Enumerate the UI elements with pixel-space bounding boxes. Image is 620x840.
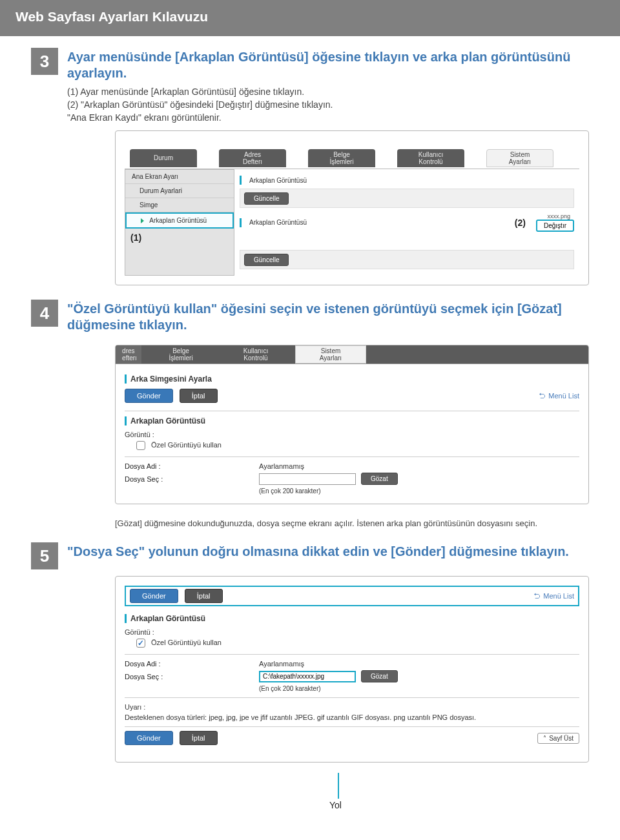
page-number: 8 xyxy=(31,837,589,840)
image-label: Görüntü : xyxy=(125,628,579,636)
page-top-button[interactable]: ˄Sayf Üst xyxy=(537,733,579,744)
caret-right-icon xyxy=(141,217,148,224)
sidenav-status-settings[interactable]: Durum Ayarlari xyxy=(125,184,234,198)
accent-bar-icon xyxy=(240,218,242,227)
screenshot-step4: dres efterı Belge İşlemleri Kullanıcı Ko… xyxy=(115,345,589,504)
step-3-line-3: "Ana Ekran Kaydı" ekranı görüntülenir. xyxy=(67,112,589,123)
page-top-label: Sayf Üst xyxy=(549,735,574,742)
update-button[interactable]: Güncelle xyxy=(244,192,289,205)
use-custom-checkbox[interactable] xyxy=(136,441,145,450)
max-chars-note: (En çok 200 karakter) xyxy=(259,685,579,692)
screenshot-step3: Durum Adres Defterı Belge İşlemleri Kull… xyxy=(115,130,589,285)
browse-button[interactable]: Gözat xyxy=(361,670,398,682)
step-5: 5 "Dosya Seç" yolunun doğru olmasına dik… xyxy=(31,542,589,569)
tab-systemsettings[interactable]: Sistem Ayarları xyxy=(295,345,366,364)
cancel-button[interactable]: İptal xyxy=(180,389,218,403)
guide-title: Web Sayfası Ayarları Kılavuzu xyxy=(0,0,620,36)
step-4: 4 "Özel Görüntüyü kullan" öğesini seçin … xyxy=(31,300,589,338)
cancel-button[interactable]: İptal xyxy=(185,589,223,603)
accent-bar-icon xyxy=(125,374,127,384)
step-3: 3 Ayar menüsünde [Arkaplan Görüntüsü] öğ… xyxy=(31,48,589,124)
step-4-title: "Özel Görüntüyü kullan" öğesini seçin ve… xyxy=(67,301,589,333)
step-5-number: 5 xyxy=(31,542,58,569)
step-3-number: 3 xyxy=(31,48,58,75)
menu-list-link[interactable]: ⮌Menü List xyxy=(539,392,579,400)
tab-document[interactable]: Belge İşlemleri xyxy=(145,345,216,364)
change-button[interactable]: Değıştır xyxy=(536,220,574,232)
accent-bar-icon xyxy=(125,416,127,425)
tab-addressbook-partial[interactable]: dres efterı xyxy=(116,345,141,364)
section-heading-bg: Arkaplan Görüntüsü xyxy=(130,614,205,623)
file-select-label: Dosya Seç : xyxy=(125,475,254,483)
return-icon: ⮌ xyxy=(533,592,541,600)
file-name-label: Dosya Adi : xyxy=(125,660,254,668)
path-label: Yol xyxy=(329,800,342,810)
send-button-bottom[interactable]: Gönder xyxy=(125,731,173,745)
side-nav: Ana Ekran Ayarı Durum Ayarlari Simge Ark… xyxy=(125,169,234,276)
menu-list-label: Menü List xyxy=(543,592,574,600)
use-custom-label: Özel Görüntüyü kullan xyxy=(151,639,222,646)
return-icon: ⮌ xyxy=(539,392,546,400)
menu-list-label: Menü List xyxy=(548,392,579,400)
menu-list-link[interactable]: ⮌Menü List xyxy=(533,592,574,600)
marker-1: (1) xyxy=(125,229,234,262)
sidenav-background-image[interactable]: Arkaplan Görüntüsü xyxy=(125,212,234,229)
file-name-value: Ayarlanmamış xyxy=(259,462,304,470)
step-3-line-1: (1) Ayar menüsünde [Arkaplan Görüntüsü] … xyxy=(67,87,589,97)
warning-text: Desteklenen dosya türleri: jpeg, jpg, jp… xyxy=(125,713,579,721)
chevron-up-icon: ˄ xyxy=(543,735,546,742)
file-name-value: Ayarlanmamış xyxy=(259,660,304,668)
panel-heading-bg1: Arkaplan Görüntüsü xyxy=(249,177,307,184)
image-label: Görüntü : xyxy=(125,431,579,438)
section-heading-bg: Arkaplan Görüntüsü xyxy=(130,416,205,425)
accent-bar-icon xyxy=(125,614,127,623)
path-callout: Yol xyxy=(31,777,589,815)
sidenav-background-image-label: Arkaplan Görüntüsü xyxy=(149,217,207,224)
send-button[interactable]: Gönder xyxy=(125,389,173,403)
step-3-title: Ayar menüsünde [Arkaplan Görüntüsü] öğes… xyxy=(67,49,589,81)
step-4-number: 4 xyxy=(31,300,58,327)
path-callout-line xyxy=(338,773,339,799)
section-heading-icon-setup: Arka Simgesini Ayarla xyxy=(130,374,212,384)
step-3-line-2: (2) "Arkaplan Görüntüsü" öğesindeki [Değ… xyxy=(67,99,589,110)
tab-systemsettings[interactable]: Sistem Ayarları xyxy=(486,149,553,167)
marker-2: (2) xyxy=(515,218,526,228)
tab-usercontrol[interactable]: Kullanıcı Kontrolü xyxy=(397,149,464,167)
update-button-2[interactable]: Güncelle xyxy=(244,254,289,266)
screenshot-step5: Gönder İptal ⮌Menü List Arkaplan Görüntü… xyxy=(115,576,589,763)
sidenav-home-setting[interactable]: Ana Ekran Ayarı xyxy=(125,170,234,184)
use-custom-checkbox-checked[interactable] xyxy=(136,639,145,648)
file-select-input-highlighted[interactable] xyxy=(259,671,356,682)
accent-bar-icon xyxy=(240,176,242,185)
cancel-button-bottom[interactable]: İptal xyxy=(180,731,218,745)
browse-button[interactable]: Gözat xyxy=(361,473,398,485)
png-filename: xxxx.png xyxy=(547,213,570,220)
use-custom-label: Özel Görüntüyü kullan xyxy=(151,441,222,449)
step-4-caption: [Gözat] düğmesine dokunduğunuzda, dosya … xyxy=(115,518,589,528)
step-5-title: "Dosya Seç" yolunun doğru olmasına dikka… xyxy=(67,544,589,560)
file-name-label: Dosya Adi : xyxy=(125,462,254,470)
file-select-label: Dosya Seç : xyxy=(125,673,254,681)
sidenav-icon[interactable]: Simge xyxy=(125,198,234,212)
file-select-input[interactable] xyxy=(259,473,356,485)
panel-heading-bg2: Arkaplan Görüntüsü xyxy=(249,219,307,226)
tab-status[interactable]: Durum xyxy=(130,149,197,167)
tab-usercontrol[interactable]: Kullanıcı Kontrolü xyxy=(220,345,291,364)
send-button[interactable]: Gönder xyxy=(130,589,178,603)
max-chars-note: (En çok 200 karakter) xyxy=(259,487,579,495)
tab-addressbook[interactable]: Adres Defterı xyxy=(219,149,286,167)
tab-document[interactable]: Belge İşlemleri xyxy=(308,149,375,167)
warning-label: Uyarı : xyxy=(125,703,579,711)
